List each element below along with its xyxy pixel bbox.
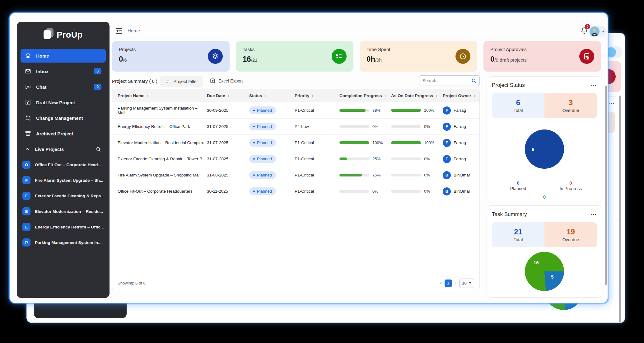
card-title: Project Status (492, 82, 525, 88)
table-title: Project Summary ( 6 ) (112, 78, 157, 84)
sidebar-item-inbox[interactable]: Inbox 0 (21, 63, 106, 79)
home-icon (25, 53, 31, 59)
total-tile: 6 Total (492, 93, 544, 118)
search-icon[interactable] (471, 78, 477, 84)
table-row[interactable]: Parking Management System Installation –… (112, 102, 479, 118)
page-number-button[interactable]: 1 (445, 280, 452, 287)
caret-down-icon (469, 282, 471, 284)
card-title: Task Summary (492, 211, 527, 218)
sidebar-item-draft-new-project[interactable]: Draft New Project (21, 95, 106, 110)
logo-icon (44, 29, 53, 40)
column-header[interactable]: Project Name↑ (112, 93, 207, 98)
status-badge: Planned (249, 171, 276, 179)
search-box (419, 75, 480, 86)
next-page-button[interactable]: › (455, 280, 456, 286)
sidebar-collapse-icon[interactable] (115, 27, 123, 35)
column-header[interactable]: Status↑ (249, 93, 295, 98)
status-badge: Planned (249, 155, 276, 163)
page-size-select[interactable]: 10 (459, 279, 474, 288)
table-row[interactable]: Elevator Modernization – Residential Com… (112, 134, 479, 151)
previous-page-button[interactable]: ‹ (440, 280, 441, 286)
sidebar-project-item[interactable]: O Office Fit-Out – Corporate Head... (21, 157, 106, 172)
table-row[interactable]: Fire Alarm System Upgrade – Shopping Mal… (112, 167, 479, 183)
overdue-tile: 3 Overdue (544, 93, 597, 118)
project-owner: FFarrag (443, 155, 480, 163)
as-on-date-progress: 100% (391, 140, 443, 145)
sidebar-item-home[interactable]: Home (21, 49, 106, 63)
search-icon[interactable] (96, 146, 101, 152)
table-row[interactable]: Office Fit-Out – Corporate Headquarters … (112, 183, 479, 199)
as-on-date-progress: 0% (391, 189, 443, 194)
project-owner: FFarrag (443, 139, 480, 147)
scrollbar (619, 96, 621, 323)
sidebar-project-item[interactable]: E Exterior Facade Cleaning & Repa... (21, 188, 106, 204)
as-on-date-progress: 100% (391, 108, 443, 113)
owner-avatar: F (443, 123, 451, 131)
sidebar-project-item[interactable]: E Energy Efficiency Retrofit – Offic... (21, 219, 106, 235)
search-input[interactable] (422, 76, 469, 86)
sort-icon: ↑ (227, 93, 230, 98)
sidebar-item-chat[interactable]: Chat 0 (21, 79, 106, 95)
sidebar-project-item[interactable]: P Parking Management System In... (21, 235, 106, 250)
column-header[interactable]: Priority↑ (295, 93, 339, 98)
as-on-date-progress: 0% (391, 173, 443, 177)
approval-document-icon (579, 49, 594, 64)
owner-avatar: F (443, 155, 451, 163)
filter-icon (166, 79, 171, 84)
sort-icon: ↑ (474, 93, 476, 98)
table-row[interactable]: Energy Efficiency Retrofit – Office Park… (112, 118, 479, 134)
change-management-icon (25, 115, 31, 121)
kebab-menu-icon[interactable]: ⋯ (591, 211, 597, 218)
as-on-date-progress: 0% (391, 124, 443, 129)
project-initial-chip: E (22, 207, 30, 215)
kebab-menu-icon[interactable]: ⋯ (591, 82, 597, 89)
overdue-tile: 19 Overdue (544, 222, 597, 247)
project-filter-button[interactable]: Project Filter (160, 76, 203, 87)
showing-count: Showing: 6 of 6 (118, 281, 146, 285)
stat-card-tasks: Tasks 16/21 (236, 41, 353, 72)
project-owner: BBinOmar (443, 187, 480, 195)
sidebar-item-change-management[interactable]: Change Management (21, 110, 106, 126)
column-header[interactable]: As On Date Progress↑ (391, 93, 443, 98)
stat-card-time-spent: Time Spent 0h/0h (360, 41, 477, 72)
project-owner: FFarrag (443, 106, 480, 115)
archive-icon (25, 130, 31, 137)
sort-icon: ↑ (264, 93, 266, 98)
sidebar-section-live-projects[interactable]: Live Projects (21, 141, 106, 157)
draft-icon (25, 99, 31, 106)
owner-avatar: F (443, 139, 451, 147)
breadcrumb[interactable]: Home (128, 28, 140, 33)
table-row[interactable]: Exterior Facade Cleaning & Repair – Towe… (112, 151, 479, 167)
scrollbar[interactable] (605, 86, 607, 285)
project-owner: BBinOmar (443, 171, 480, 179)
sort-icon: ↑ (147, 93, 149, 98)
logo-text: ProU↑p (57, 30, 83, 40)
sidebar-item-archived-project[interactable]: Archived Project (21, 126, 106, 141)
user-menu[interactable] (589, 26, 607, 37)
layers-icon (208, 49, 223, 64)
sidebar-project-item[interactable]: F Fire Alarm System Upgrade – Sh... (21, 172, 106, 188)
sidebar-project-item[interactable]: E Elevator Modernization – Reside... (21, 204, 106, 219)
excel-export-button[interactable]: Excel Export (210, 78, 243, 84)
chat-badge: 0 (94, 84, 101, 90)
completion-progress: 100% (339, 140, 391, 145)
project-status-pie-chart: 6 (525, 129, 564, 169)
completion-progress: 0% (339, 189, 391, 194)
project-initial-chip: E (22, 223, 30, 231)
total-tile: 21 Total (492, 222, 544, 247)
column-header[interactable]: Due Date↑ (207, 93, 249, 98)
app-window: ProU↑p Home Inbox 0 Chat 0 Draft New Pro… (9, 12, 608, 303)
project-initial-chip: E (22, 192, 30, 200)
app-logo: ProU↑p (17, 22, 110, 48)
completion-progress: 0% (339, 124, 391, 129)
column-header[interactable]: Project Owner↑ (443, 93, 480, 98)
owner-avatar: B (443, 187, 451, 195)
header-divider (110, 39, 608, 39)
kebab-menu-icon: ⋯ (609, 100, 615, 107)
column-header[interactable]: Completion Progress↑ (339, 93, 391, 98)
inbox-badge: 0 (94, 68, 101, 74)
status-badge: Planned (249, 123, 276, 130)
sidebar: ProU↑p Home Inbox 0 Chat 0 Draft New Pro… (17, 22, 110, 298)
status-badge: Planned (249, 139, 276, 147)
sort-icon: ↑ (435, 93, 437, 98)
